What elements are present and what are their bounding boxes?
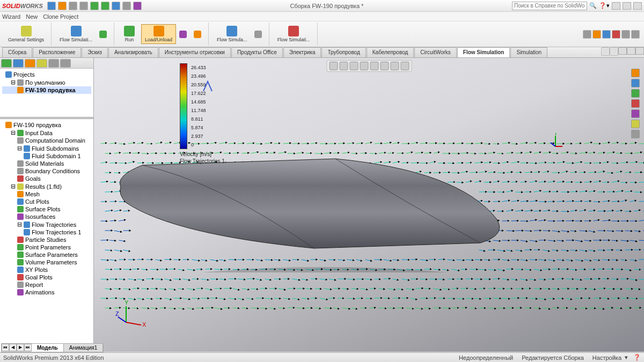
taskpane-view-icon[interactable] [631,99,640,108]
toolbox-icon-4[interactable] [612,30,620,39]
tree-boundary-conditions[interactable]: Boundary Conditions [2,167,91,175]
minimize-button[interactable] [612,2,620,10]
tree-isosurfaces[interactable]: Isosurfaces [2,213,91,220]
run-button[interactable]: Run [119,24,140,44]
tab-piping[interactable]: Трубопровод [321,47,365,57]
screenshot-icon[interactable] [133,2,142,10]
view-orientation-icon[interactable] [360,62,368,70]
taskpane-explorer-icon[interactable] [631,89,640,98]
taskpane-appearance-icon[interactable] [631,109,640,118]
tree-root[interactable]: FW-190 продувка [2,121,91,129]
undo-icon[interactable] [90,2,99,10]
tab-nav-prev[interactable]: ◀ [9,344,17,351]
scene-icon[interactable] [400,62,409,70]
tab-flow-simulation[interactable]: Flow Simulation [457,47,510,57]
toolbox-icon-1[interactable] [583,30,591,39]
tab-nav-last[interactable]: ⏭ [24,344,32,351]
tree-goal-plots[interactable]: Goal Plots [2,274,91,281]
help-icon[interactable]: ❓ [633,354,641,361]
flow-simulation-button-2[interactable]: Flow Simula... [213,24,251,44]
tree-projects[interactable]: Projects [2,71,91,78]
ribbon-small-3[interactable] [192,29,205,39]
hide-show-icon[interactable] [380,62,389,70]
ribbon-small-4[interactable] [252,29,266,39]
panel-tab-flow[interactable] [36,59,47,68]
chevron-down-icon[interactable]: ▾ [625,354,628,361]
tab-assembly[interactable]: Сборка [2,47,32,57]
rebuild-icon[interactable] [112,2,120,10]
panel-tab-other[interactable] [60,59,71,68]
tab-nav-first[interactable]: ⏮ [2,344,9,351]
menu-clone-project[interactable]: Clone Project [43,13,78,20]
tab-electrical[interactable]: Электрика [283,47,321,57]
doc-minimize-button[interactable] [618,47,627,55]
taskpane-library-icon[interactable] [631,79,640,87]
toolbox-icon-3[interactable] [602,30,611,39]
flow-simulation-button-3[interactable]: Flow Simulati... [274,24,314,44]
toolbox-icon-5[interactable] [631,30,640,39]
rotate-icon[interactable] [349,62,358,70]
toolbox-icon-2[interactable] [592,30,601,39]
tree-default-config[interactable]: ⊟По умолчанию [2,78,91,86]
search-icon[interactable]: 🔍 [589,2,597,9]
tree-flow-trajectories[interactable]: ⊟Flow Trajectories [2,220,91,228]
tree-cut-plots[interactable]: Cut Plots [2,198,91,205]
save-icon[interactable] [69,2,77,10]
camera-icon[interactable] [621,30,630,39]
tree-fluid-subdomains[interactable]: ⊟Fluid Subdomains [2,144,91,152]
status-customize[interactable]: Настройка [592,354,621,361]
panel-tab-config[interactable] [25,59,35,68]
help-dropdown-icon[interactable]: ❓▾ [599,2,610,9]
panel-tab-property[interactable] [13,59,24,68]
doc-maximize-button[interactable] [627,47,635,55]
general-settings-button[interactable]: General Settings [4,24,48,44]
tree-flow-trajectories-1[interactable]: Flow Trajectories 1 [2,228,91,236]
zoom-area-icon[interactable] [339,62,348,70]
load-unload-button[interactable]: Load/Unload [141,24,176,44]
tree-volume-parameters[interactable]: Volume Parameters [2,258,91,266]
display-style-icon[interactable] [370,62,378,70]
tree-input-data[interactable]: ⊟Input Data [2,129,91,137]
options-icon[interactable] [122,2,131,10]
appearance-icon[interactable] [390,62,399,70]
tab-layout[interactable]: Расположение [33,47,81,57]
tree-particle-studies[interactable]: Particle Studies [2,236,91,243]
tab-animation-1[interactable]: Анимация1 [64,344,104,352]
tab-sketch[interactable]: Эскиз [82,47,108,57]
tab-office[interactable]: Продукты Office [231,47,283,57]
tree-animations[interactable]: Animations [2,289,91,296]
open-icon[interactable] [58,2,67,10]
orientation-triad[interactable]: Y X Z [115,298,148,330]
window-cascade-icon[interactable] [610,47,618,56]
tab-nav-next[interactable]: ▶ [17,344,24,351]
menu-wizard[interactable]: Wizard [2,13,20,20]
tree-goals[interactable]: Goals [2,175,91,182]
doc-close-button[interactable] [635,47,644,55]
help-search-input[interactable] [512,2,587,10]
tree-mesh[interactable]: Mesh [2,190,91,198]
tree-comp-domain[interactable]: Computational Domain [2,137,91,144]
tab-circuitworks[interactable]: CircuitWorks [414,47,456,57]
tree-surface-parameters[interactable]: Surface Parameters [2,251,91,258]
tab-analyze[interactable]: Анализировать [108,47,158,57]
panel-tab-feature[interactable] [1,59,12,68]
tree-point-parameters[interactable]: Point Parameters [2,243,91,251]
taskpane-resources-icon[interactable] [631,69,640,77]
menu-new[interactable]: New [26,13,38,20]
redo-icon[interactable] [101,2,109,10]
new-icon[interactable] [47,2,56,10]
tree-fw190-project[interactable]: FW-190 продувка [2,86,91,94]
tree-report[interactable]: Report [2,281,91,289]
3d-viewport[interactable]: 26.433 23.496 20.559 17.622 14.685 11.74… [94,58,644,352]
window-tile-icon[interactable] [601,47,610,56]
close-button[interactable] [633,2,642,10]
tab-simulation[interactable]: Simulation [510,47,547,57]
zoom-fit-icon[interactable] [329,62,338,70]
flow-simulation-button-1[interactable]: Flow Simulati... [56,24,96,44]
panel-tab-display[interactable] [48,59,59,68]
tree-surface-plots[interactable]: Surface Plots [2,205,91,213]
tree-fluid-subdomain-1[interactable]: Fluid Subdomain 1 [2,152,91,160]
maximize-button[interactable] [623,2,631,10]
tab-model[interactable]: Модель [32,344,64,352]
tab-render-tools[interactable]: Инструменты отрисовки [159,47,231,57]
